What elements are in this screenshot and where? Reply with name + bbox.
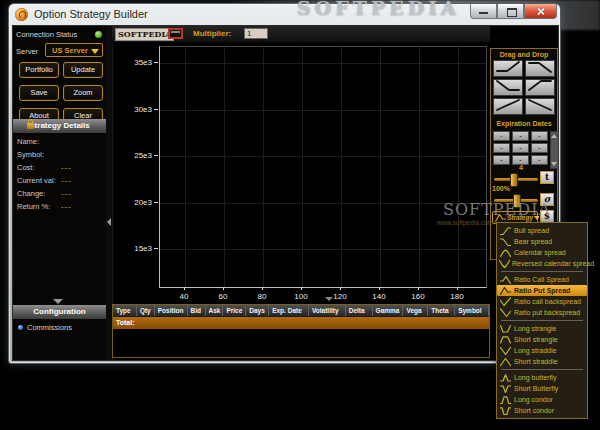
positions-table: TypeQtyPositionBidAskPriceDaysExp. DateV… — [112, 304, 490, 358]
maximize-button[interactable] — [497, 4, 524, 19]
short-stock-drag-button[interactable] — [525, 98, 555, 115]
column-header-bid[interactable]: Bid — [188, 305, 206, 316]
short-call-drag-button[interactable] — [525, 60, 555, 77]
menu-item-long-strangle[interactable]: Long strangle — [497, 323, 587, 334]
menu-item-label: Calendar spread — [514, 249, 566, 256]
column-header-symbol[interactable]: Symbol — [455, 305, 489, 316]
x-gridline — [302, 47, 303, 287]
expiration-date-cell[interactable]: - — [493, 143, 510, 153]
column-header-days[interactable]: Days — [246, 305, 269, 316]
column-header-type[interactable]: Type — [113, 305, 137, 316]
long-call-drag-button[interactable] — [493, 60, 523, 77]
x-tick-label: 140 — [368, 292, 390, 301]
scroll-up-icon[interactable] — [551, 134, 557, 138]
column-header-ask[interactable]: Ask — [206, 305, 224, 316]
minimize-button[interactable] — [470, 4, 497, 19]
days-slider-thumb[interactable] — [510, 173, 518, 187]
zoom-button[interactable]: Zoom — [63, 85, 103, 101]
long-put-drag-button[interactable] — [493, 79, 523, 96]
menu-item-ratio-call-spread[interactable]: Ratio Call Spread — [497, 274, 587, 285]
configuration-item-label: Commissions — [27, 323, 72, 332]
menu-item-ratio-put-backspread[interactable]: Ratio put backspread — [497, 307, 587, 318]
table-collapse-down-icon[interactable] — [325, 297, 333, 301]
strategy-field-name: Name: — [13, 136, 106, 149]
x-tick — [301, 287, 302, 290]
menu-item-ratio-call-backspread[interactable]: Ratio call backspread — [497, 296, 587, 307]
menu-item-long-butterfly[interactable]: Long butterfly — [497, 372, 587, 383]
softpedia-top-watermark: SOFTPEDIA — [297, 0, 460, 19]
menu-item-short-condor[interactable]: Short condor — [497, 405, 587, 416]
connection-status-indicator — [95, 31, 102, 38]
days-slider[interactable] — [494, 178, 538, 181]
drag-drop-grid — [493, 60, 555, 115]
expiration-scrollbar[interactable] — [550, 131, 559, 169]
y-tick-label: 30e3 — [126, 105, 152, 114]
menu-item-ratio-put-spread[interactable]: Ratio Put Spread — [497, 285, 587, 296]
column-header-delta[interactable]: Delta — [346, 305, 373, 316]
ratio-call-spread-icon — [499, 275, 512, 285]
y-tick — [154, 155, 158, 156]
column-header-volatility[interactable]: Volatility — [309, 305, 346, 316]
ratio-put-backspread-icon — [499, 308, 512, 318]
configuration-item-commissions[interactable]: Commissions — [13, 322, 106, 333]
column-header-qty[interactable]: Qty — [137, 305, 155, 316]
configuration-header: Configuration — [13, 305, 106, 319]
y-gridline — [160, 203, 486, 204]
update-button[interactable]: Update — [63, 62, 103, 78]
close-button[interactable] — [524, 4, 557, 19]
column-header-theta[interactable]: Theta — [428, 305, 455, 316]
field-label: Cost: — [17, 163, 35, 172]
calendar-spread-icon — [499, 248, 512, 258]
y-tick — [154, 109, 158, 110]
column-header-position[interactable]: Position — [155, 305, 188, 316]
short-put-drag-button[interactable] — [525, 79, 555, 96]
menu-item-short-straddle[interactable]: Short straddle — [497, 356, 587, 367]
splitter-collapse-left-icon[interactable] — [107, 218, 111, 226]
menu-item-short-strangle[interactable]: Short strangle — [497, 334, 587, 345]
menu-item-calendar-spread[interactable]: Calendar spread — [497, 247, 587, 258]
long-straddle-icon — [499, 346, 512, 356]
short-put-payoff-icon — [526, 78, 554, 98]
x-gridline — [419, 47, 420, 287]
expiration-date-cell[interactable]: - — [531, 131, 548, 141]
app-window: Option Strategy Builder Connection Statu… — [8, 3, 561, 364]
field-label: Change: — [17, 189, 45, 198]
column-header-vega[interactable]: Vega — [403, 305, 428, 316]
x-tick-label: 40 — [173, 292, 195, 301]
multiplier-label: Multiplier: — [193, 29, 231, 38]
expiration-date-cell[interactable]: - — [512, 143, 529, 153]
menu-item-label: Ratio call backspread — [514, 298, 581, 305]
expiration-date-cell[interactable]: - — [531, 143, 548, 153]
scroll-down-icon[interactable] — [551, 162, 557, 166]
chart-plot-area — [159, 46, 487, 288]
long-stock-drag-button[interactable] — [493, 98, 523, 115]
expiration-date-cell[interactable]: - — [512, 131, 529, 141]
softpedia-badge: SOFTPEDIA — [115, 28, 174, 41]
expiration-date-cell[interactable]: - — [531, 155, 548, 165]
long-call-payoff-icon — [494, 59, 522, 79]
configuration-collapse-icon[interactable] — [53, 299, 63, 304]
menu-item-long-condor[interactable]: Long condor — [497, 394, 587, 405]
title-bar[interactable]: Option Strategy Builder — [9, 4, 560, 25]
menu-item-bull-spread[interactable]: Bull spread — [497, 225, 587, 236]
menu-item-long-straddle[interactable]: Long straddle — [497, 345, 587, 356]
lock-icon — [27, 123, 34, 129]
column-header-gamma[interactable]: Gamma — [373, 305, 404, 316]
menu-item-reversed-calendar-spread[interactable]: Reversed calendar spread — [497, 258, 587, 269]
menu-item-bear-spread[interactable]: Bear spread — [497, 236, 587, 247]
field-value: --- — [61, 176, 72, 185]
column-header-price[interactable]: Price — [223, 305, 246, 316]
server-select[interactable]: US Server — [45, 43, 103, 57]
x-gridline — [263, 47, 264, 287]
column-header-exp-date[interactable]: Exp. Date — [269, 305, 309, 316]
y-tick-label: 25e3 — [126, 151, 152, 160]
portfolio-button[interactable]: Portfolio — [19, 62, 59, 78]
menu-item-short-butterfly[interactable]: Short Butterfly — [497, 383, 587, 394]
time-button[interactable]: t — [540, 171, 554, 184]
expiration-date-cell[interactable]: - — [493, 155, 510, 165]
multiplier-input[interactable] — [244, 28, 268, 39]
save-button[interactable]: Save — [19, 85, 59, 101]
bullet-icon — [18, 325, 23, 330]
client-area: Connection Status Server US Server Portf… — [12, 25, 559, 361]
expiration-date-cell[interactable]: - — [493, 131, 510, 141]
